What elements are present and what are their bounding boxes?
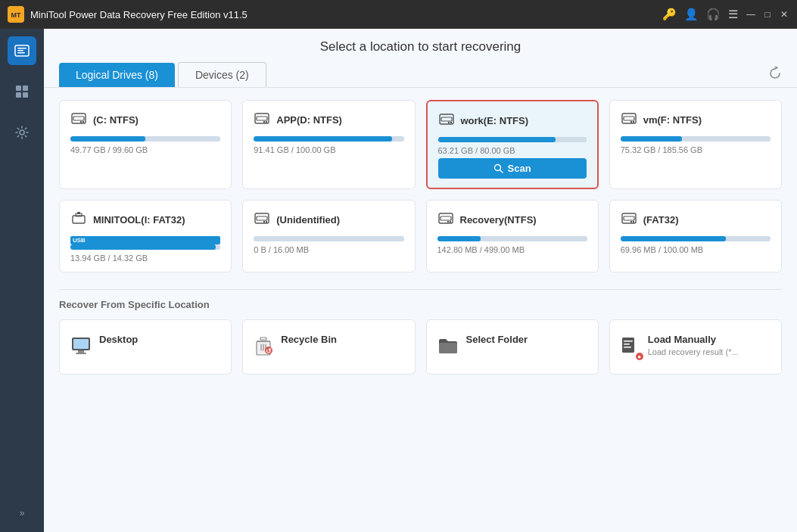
key-icon[interactable]: 🔑 [662,8,677,21]
progress-bar-bg [438,137,587,142]
drive-card-5[interactable]: (Unidentified) 0 B / 16.00 MB [242,200,415,272]
minimize-button[interactable]: — [746,9,756,20]
sidebar: » [0,29,44,532]
recycle-bin-icon: ↺ [254,335,273,356]
headphone-icon[interactable]: 🎧 [706,8,721,21]
specific-card-0[interactable]: Desktop [59,319,232,375]
svg-rect-6 [16,86,21,91]
progress-bar-bg [70,244,220,250]
scan-button[interactable]: Scan [438,158,587,179]
progress-bar-fill [70,136,145,142]
specific-card-label: Desktop [99,334,138,345]
progress-bar-bg [437,236,587,241]
sidebar-item-recovery[interactable] [8,36,36,65]
drive-name: Recovery(NTFS) [460,214,537,226]
drive-icon [621,210,637,230]
drive-card-header: MINITOOL(I: FAT32) [70,210,220,230]
drive-name: (FAT32) [643,214,679,226]
specific-section-title: Recover From Specific Location [59,299,782,310]
menu-icon[interactable]: ☰ [728,8,738,21]
svg-rect-47 [76,353,86,354]
specific-card-label: Select Folder [466,334,528,345]
drive-card-header: work(E: NTFS) [438,110,587,131]
specific-section: Recover From Specific Location Desktop ↺… [44,290,797,375]
svg-rect-46 [78,350,84,353]
svg-text:↺: ↺ [266,347,272,355]
drive-icon [438,110,455,131]
app-title: MiniTool Power Data Recovery Free Editio… [30,9,662,20]
drive-size: 142.80 MB / 499.00 MB [437,245,587,254]
specific-card-1[interactable]: ↺ Recycle Bin [242,319,415,375]
svg-rect-57 [624,347,631,348]
drive-card-header: (C: NTFS) [70,110,220,130]
sidebar-expand-button[interactable]: » [14,502,31,524]
svg-rect-9 [23,92,28,98]
drive-card-7[interactable]: (FAT32) 69.96 MB / 100.00 MB [609,200,782,272]
svg-rect-54 [622,338,634,353]
svg-rect-31 [77,212,80,214]
svg-rect-41 [624,216,634,220]
progress-bar-bg [254,136,403,142]
drive-icon [437,210,454,230]
app-logo: MT [8,6,24,23]
svg-rect-55 [624,341,633,342]
drive-size: 0 B / 16.00 MB [254,245,403,254]
drive-card-0[interactable]: (C: NTFS) 49.77 GB / 99.60 GB [59,100,232,189]
svg-rect-50 [260,338,266,340]
svg-point-17 [266,121,267,123]
progress-bar-bg [621,136,771,142]
svg-point-13 [83,121,84,123]
drive-icon [254,210,270,230]
svg-point-35 [263,221,265,222]
drive-card-4[interactable]: MINITOOL(I: FAT32) USB 13.94 GB / 14.32 … [59,200,232,272]
desktop-icon [70,335,92,356]
specific-card-3[interactable]: ● Load Manually Load recovery result (*.… [609,319,782,375]
maximize-button[interactable]: □ [762,9,773,20]
svg-rect-8 [16,92,21,98]
drive-card-header: Recovery(NTFS) [437,210,587,230]
svg-rect-16 [257,117,267,120]
svg-rect-3 [17,48,26,49]
refresh-icon[interactable] [768,67,782,83]
drive-card-2[interactable]: work(E: NTFS) 63.21 GB / 80.00 GB Scan [426,100,599,189]
tab-logical-drives[interactable]: Logical Drives (8) [59,63,175,87]
tab-devices[interactable]: Devices (2) [178,62,266,87]
content-area: Select a location to start recovering Lo… [44,29,797,532]
drive-size: 13.94 GB / 14.32 GB [70,254,220,263]
drive-name: APP(D: NTFS) [276,114,342,126]
drive-name: (Unidentified) [276,214,340,226]
drive-card-header: APP(D: NTFS) [254,110,403,130]
svg-rect-56 [624,344,630,345]
svg-rect-45 [73,339,89,349]
sidebar-item-dashboard[interactable] [8,77,36,106]
drive-card-header: vm(F: NTFS) [621,110,771,130]
drive-icon [254,110,270,130]
svg-point-14 [80,121,82,123]
user-icon[interactable]: 👤 [684,8,699,21]
titlebar: MT MiniTool Power Data Recovery Free Edi… [0,0,797,29]
svg-rect-4 [17,50,23,51]
svg-point-22 [447,122,449,123]
svg-rect-33 [257,216,267,220]
app-body: » Select a location to start recovering … [0,29,797,532]
tabs-bar: Logical Drives (8) Devices (2) [44,62,797,88]
drive-size: 49.77 GB / 99.60 GB [70,145,220,154]
sidebar-item-settings[interactable] [8,118,36,147]
drive-card-6[interactable]: Recovery(NTFS) 142.80 MB / 499.00 MB [426,200,599,272]
svg-line-24 [500,170,503,173]
specific-card-2[interactable]: Select Folder [426,319,599,375]
drive-card-1[interactable]: APP(D: NTFS) 91.41 GB / 100.00 GB [242,100,415,189]
sidebar-bottom: » [14,502,31,524]
progress-bar-fill [70,244,216,250]
svg-point-10 [20,130,24,135]
drive-size: 75.32 GB / 185.56 GB [621,145,771,154]
drive-name: vm(F: NTFS) [643,114,702,126]
svg-point-38 [449,221,450,222]
progress-bar-bg [254,236,403,241]
close-button[interactable]: ✕ [779,9,789,20]
drive-icon [621,110,637,130]
progress-bar-fill [621,136,682,142]
svg-rect-53 [439,343,457,353]
drive-card-3[interactable]: vm(F: NTFS) 75.32 GB / 185.56 GB [609,100,782,189]
drive-name: MINITOOL(I: FAT32) [93,214,185,226]
